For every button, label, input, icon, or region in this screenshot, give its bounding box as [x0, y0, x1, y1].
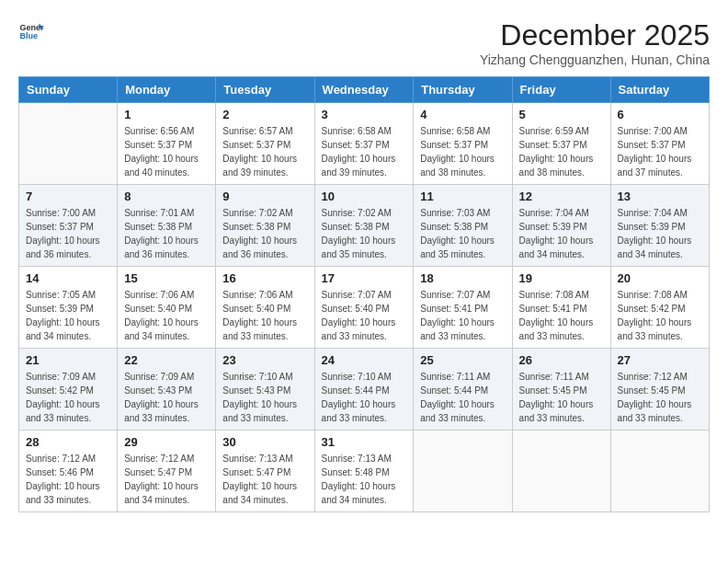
weekday-header-thursday: Thursday: [414, 77, 512, 103]
day-info: Sunrise: 7:12 AMSunset: 5:46 PMDaylight:…: [26, 452, 110, 507]
day-number: 11: [420, 190, 505, 203]
day-info: Sunrise: 7:13 AMSunset: 5:48 PMDaylight:…: [322, 452, 407, 507]
day-number: 14: [26, 271, 110, 285]
calendar-cell: 23Sunrise: 7:10 AMSunset: 5:43 PMDayligh…: [216, 349, 314, 431]
calendar-cell: 5Sunrise: 6:59 AMSunset: 5:37 PMDaylight…: [512, 103, 610, 185]
day-info: Sunrise: 7:06 AMSunset: 5:40 PMDaylight:…: [222, 288, 307, 343]
calendar-cell: 29Sunrise: 7:12 AMSunset: 5:47 PMDayligh…: [118, 431, 216, 512]
calendar-cell: [19, 103, 118, 185]
day-info: Sunrise: 6:58 AMSunset: 5:37 PMDaylight:…: [420, 124, 505, 179]
calendar-cell: 4Sunrise: 6:58 AMSunset: 5:37 PMDaylight…: [414, 103, 512, 185]
title-block: December 2025 Yizhang Chengguanzhen, Hun…: [480, 18, 710, 67]
calendar-cell: 7Sunrise: 7:00 AMSunset: 5:37 PMDaylight…: [19, 185, 118, 267]
day-number: 19: [519, 271, 604, 285]
day-number: 29: [124, 435, 209, 449]
day-number: 10: [322, 190, 407, 203]
svg-text:Blue: Blue: [19, 31, 38, 40]
page-header: General Blue December 2025 Yizhang Cheng…: [18, 18, 710, 67]
calendar-cell: 18Sunrise: 7:07 AMSunset: 5:41 PMDayligh…: [414, 267, 512, 349]
day-info: Sunrise: 7:01 AMSunset: 5:38 PMDaylight:…: [124, 206, 209, 261]
day-info: Sunrise: 7:13 AMSunset: 5:47 PMDaylight:…: [222, 452, 307, 507]
day-number: 2: [222, 108, 307, 121]
weekday-header-sunday: Sunday: [19, 77, 118, 103]
calendar-week-row: 14Sunrise: 7:05 AMSunset: 5:39 PMDayligh…: [19, 267, 710, 349]
calendar-cell: 31Sunrise: 7:13 AMSunset: 5:48 PMDayligh…: [314, 431, 414, 512]
day-number: 16: [222, 271, 307, 285]
day-number: 23: [222, 353, 307, 367]
day-number: 25: [420, 353, 505, 367]
calendar-cell: 25Sunrise: 7:11 AMSunset: 5:44 PMDayligh…: [414, 349, 512, 431]
day-info: Sunrise: 7:00 AMSunset: 5:37 PMDaylight:…: [26, 206, 110, 261]
calendar-cell: 21Sunrise: 7:09 AMSunset: 5:42 PMDayligh…: [19, 349, 118, 431]
day-number: 26: [519, 353, 604, 367]
calendar-cell: 9Sunrise: 7:02 AMSunset: 5:38 PMDaylight…: [216, 185, 314, 267]
day-number: 21: [26, 353, 110, 367]
day-info: Sunrise: 7:08 AMSunset: 5:41 PMDaylight:…: [519, 288, 604, 343]
calendar-cell: 8Sunrise: 7:01 AMSunset: 5:38 PMDaylight…: [118, 185, 216, 267]
day-info: Sunrise: 7:00 AMSunset: 5:37 PMDaylight:…: [618, 124, 702, 179]
calendar-cell: 3Sunrise: 6:58 AMSunset: 5:37 PMDaylight…: [314, 103, 414, 185]
calendar-cell: 16Sunrise: 7:06 AMSunset: 5:40 PMDayligh…: [216, 267, 314, 349]
calendar-cell: 24Sunrise: 7:10 AMSunset: 5:44 PMDayligh…: [314, 349, 414, 431]
calendar-cell: [610, 431, 709, 512]
month-title: December 2025: [480, 18, 710, 52]
calendar-cell: 26Sunrise: 7:11 AMSunset: 5:45 PMDayligh…: [512, 349, 610, 431]
day-info: Sunrise: 7:02 AMSunset: 5:38 PMDaylight:…: [322, 206, 407, 261]
day-info: Sunrise: 6:58 AMSunset: 5:37 PMDaylight:…: [322, 124, 407, 179]
day-number: 13: [618, 190, 702, 203]
day-number: 6: [618, 108, 702, 121]
calendar-cell: 20Sunrise: 7:08 AMSunset: 5:42 PMDayligh…: [610, 267, 709, 349]
day-info: Sunrise: 7:05 AMSunset: 5:39 PMDaylight:…: [26, 288, 110, 343]
logo-icon: General Blue: [18, 18, 44, 44]
calendar-week-row: 1Sunrise: 6:56 AMSunset: 5:37 PMDaylight…: [19, 103, 710, 185]
calendar-cell: 10Sunrise: 7:02 AMSunset: 5:38 PMDayligh…: [314, 185, 414, 267]
day-info: Sunrise: 7:09 AMSunset: 5:43 PMDaylight:…: [124, 370, 209, 425]
day-number: 28: [26, 435, 110, 449]
day-info: Sunrise: 7:04 AMSunset: 5:39 PMDaylight:…: [618, 206, 702, 261]
day-info: Sunrise: 6:56 AMSunset: 5:37 PMDaylight:…: [124, 124, 209, 179]
day-info: Sunrise: 6:57 AMSunset: 5:37 PMDaylight:…: [222, 124, 307, 179]
day-number: 31: [322, 435, 407, 449]
calendar-cell: 13Sunrise: 7:04 AMSunset: 5:39 PMDayligh…: [610, 185, 709, 267]
calendar-cell: 6Sunrise: 7:00 AMSunset: 5:37 PMDaylight…: [610, 103, 709, 185]
day-info: Sunrise: 7:07 AMSunset: 5:41 PMDaylight:…: [420, 288, 505, 343]
day-number: 1: [124, 108, 209, 121]
day-number: 24: [322, 353, 407, 367]
day-number: 12: [519, 190, 604, 203]
day-info: Sunrise: 7:12 AMSunset: 5:45 PMDaylight:…: [618, 370, 702, 425]
weekday-header-saturday: Saturday: [610, 77, 709, 103]
calendar-cell: [414, 431, 512, 512]
weekday-header-tuesday: Tuesday: [216, 77, 314, 103]
day-info: Sunrise: 7:10 AMSunset: 5:43 PMDaylight:…: [222, 370, 307, 425]
calendar-cell: 12Sunrise: 7:04 AMSunset: 5:39 PMDayligh…: [512, 185, 610, 267]
day-number: 8: [124, 190, 209, 203]
calendar-week-row: 21Sunrise: 7:09 AMSunset: 5:42 PMDayligh…: [19, 349, 710, 431]
day-number: 17: [322, 271, 407, 285]
calendar-week-row: 28Sunrise: 7:12 AMSunset: 5:46 PMDayligh…: [19, 431, 710, 512]
day-number: 7: [26, 190, 110, 203]
calendar-week-row: 7Sunrise: 7:00 AMSunset: 5:37 PMDaylight…: [19, 185, 710, 267]
day-number: 3: [322, 108, 407, 121]
day-info: Sunrise: 7:07 AMSunset: 5:40 PMDaylight:…: [322, 288, 407, 343]
calendar-cell: 2Sunrise: 6:57 AMSunset: 5:37 PMDaylight…: [216, 103, 314, 185]
day-info: Sunrise: 7:11 AMSunset: 5:45 PMDaylight:…: [519, 370, 604, 425]
logo: General Blue: [18, 18, 44, 44]
day-number: 30: [222, 435, 307, 449]
calendar-cell: 30Sunrise: 7:13 AMSunset: 5:47 PMDayligh…: [216, 431, 314, 512]
day-info: Sunrise: 7:08 AMSunset: 5:42 PMDaylight:…: [618, 288, 702, 343]
day-number: 22: [124, 353, 209, 367]
weekday-header-friday: Friday: [512, 77, 610, 103]
calendar-cell: 27Sunrise: 7:12 AMSunset: 5:45 PMDayligh…: [610, 349, 709, 431]
calendar-cell: [512, 431, 610, 512]
day-info: Sunrise: 7:12 AMSunset: 5:47 PMDaylight:…: [124, 452, 209, 507]
day-number: 18: [420, 271, 505, 285]
calendar-cell: 14Sunrise: 7:05 AMSunset: 5:39 PMDayligh…: [19, 267, 118, 349]
location: Yizhang Chengguanzhen, Hunan, China: [480, 52, 710, 67]
day-info: Sunrise: 7:04 AMSunset: 5:39 PMDaylight:…: [519, 206, 604, 261]
calendar-table: SundayMondayTuesdayWednesdayThursdayFrid…: [18, 76, 710, 512]
day-number: 20: [618, 271, 702, 285]
calendar-cell: 28Sunrise: 7:12 AMSunset: 5:46 PMDayligh…: [19, 431, 118, 512]
day-info: Sunrise: 7:10 AMSunset: 5:44 PMDaylight:…: [322, 370, 407, 425]
calendar-cell: 22Sunrise: 7:09 AMSunset: 5:43 PMDayligh…: [118, 349, 216, 431]
day-info: Sunrise: 7:11 AMSunset: 5:44 PMDaylight:…: [420, 370, 505, 425]
